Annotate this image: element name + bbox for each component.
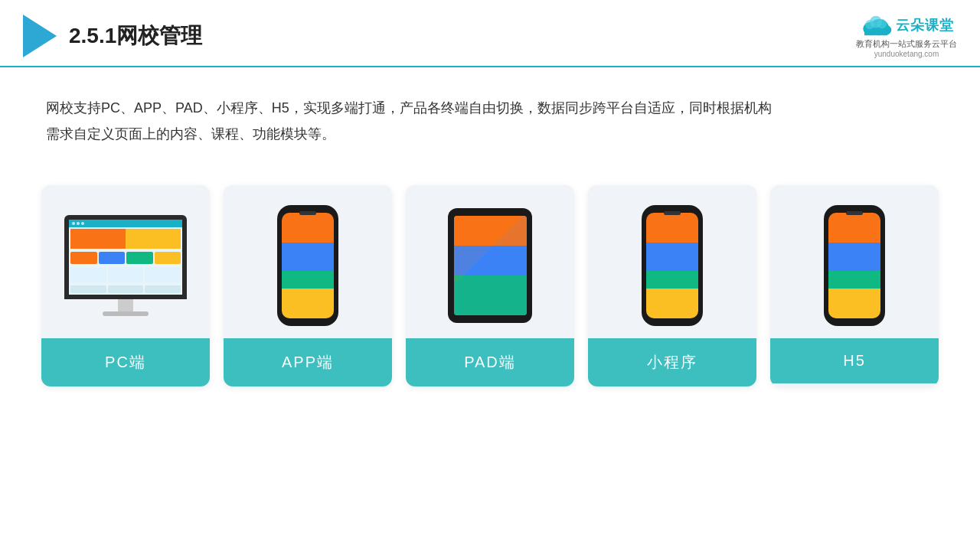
card-pc-label: PC端 bbox=[41, 338, 210, 386]
monitor-screen bbox=[64, 215, 187, 299]
description-text: 网校支持PC、APP、PAD、小程序、H5，实现多端打通，产品各终端自由切换，数… bbox=[46, 95, 934, 121]
card-miniprogram-image bbox=[588, 185, 756, 338]
phone-frame-mini bbox=[642, 205, 703, 326]
svg-point-6 bbox=[877, 19, 887, 28]
phone-frame-h5 bbox=[824, 205, 885, 326]
card-app-image bbox=[224, 185, 392, 338]
card-app-label: APP端 bbox=[224, 338, 392, 386]
card-pad-image bbox=[406, 185, 574, 338]
header: 2.5.1网校管理 云朵课堂 教育机构一站式服务云平台 yunduoketang… bbox=[0, 0, 980, 67]
phone-screen-mini bbox=[646, 213, 698, 318]
card-h5-label: H5 bbox=[770, 338, 939, 383]
logo-text-main: 云朵课堂 bbox=[896, 16, 954, 34]
tablet-frame bbox=[448, 208, 532, 323]
cloud-icon bbox=[859, 14, 893, 37]
page-title: 2.5.1网校管理 bbox=[69, 21, 202, 51]
logo-sub: 教育机构一站式服务云平台 bbox=[856, 38, 957, 50]
card-h5: H5 bbox=[770, 185, 939, 386]
logo-area: 云朵课堂 教育机构一站式服务云平台 yunduoketang.com bbox=[856, 14, 957, 58]
phone-screen-app bbox=[282, 213, 334, 318]
svg-point-5 bbox=[865, 20, 874, 29]
description-text-2: 需求自定义页面上的内容、课程、功能模块等。 bbox=[46, 121, 934, 147]
card-pc: PC端 bbox=[41, 185, 210, 386]
phone-screen-h5 bbox=[828, 213, 880, 318]
phone-frame-app bbox=[277, 205, 338, 326]
play-icon bbox=[23, 15, 57, 57]
card-pad-label: PAD端 bbox=[406, 338, 574, 386]
tablet-screen bbox=[454, 216, 527, 315]
card-miniprogram-label: 小程序 bbox=[588, 338, 756, 386]
cards-section: PC端 APP端 PAD端 bbox=[0, 170, 980, 386]
logo-cloud: 云朵课堂 bbox=[859, 14, 954, 37]
description: 网校支持PC、APP、PAD、小程序、H5，实现多端打通，产品各终端自由切换，数… bbox=[0, 67, 980, 162]
pc-monitor bbox=[64, 215, 187, 316]
card-app: APP端 bbox=[224, 185, 392, 386]
logo-url: yunduoketang.com bbox=[874, 50, 939, 58]
header-left: 2.5.1网校管理 bbox=[23, 15, 202, 57]
card-miniprogram: 小程序 bbox=[588, 185, 756, 386]
card-h5-image bbox=[770, 185, 939, 338]
card-pc-image bbox=[41, 185, 210, 338]
card-pad: PAD端 bbox=[406, 185, 574, 386]
